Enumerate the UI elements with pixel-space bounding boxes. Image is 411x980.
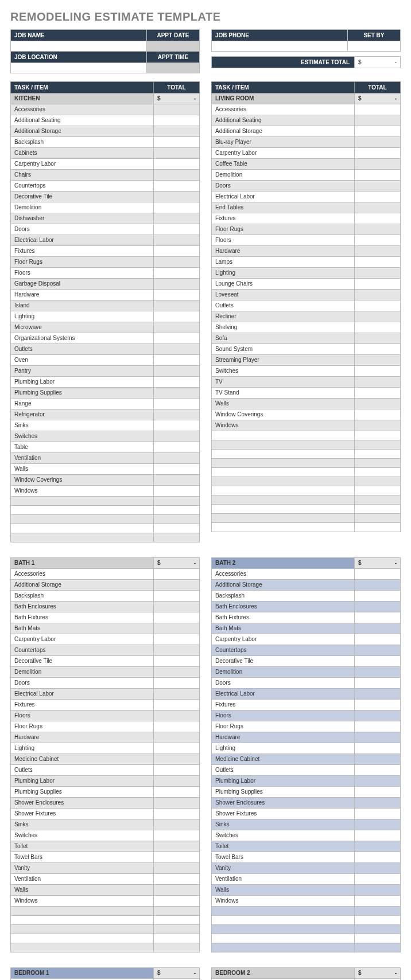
input-job-phone[interactable]	[212, 41, 348, 52]
item-value[interactable]	[355, 612, 401, 623]
item-value[interactable]	[154, 475, 200, 486]
item-value[interactable]	[355, 776, 401, 787]
item-value[interactable]	[355, 300, 401, 311]
item-value[interactable]	[154, 322, 200, 333]
empty-item-value[interactable]	[154, 533, 200, 542]
empty-item-label[interactable]	[11, 943, 154, 952]
empty-item-label[interactable]	[212, 925, 355, 934]
item-value[interactable]	[154, 420, 200, 431]
item-value[interactable]	[154, 569, 200, 580]
empty-item-label[interactable]	[11, 934, 154, 943]
item-value[interactable]	[154, 137, 200, 148]
item-value[interactable]	[355, 667, 401, 678]
item-value[interactable]	[355, 754, 401, 765]
item-value[interactable]	[154, 689, 200, 700]
empty-item-label[interactable]	[212, 505, 355, 514]
item-value[interactable]	[355, 344, 401, 355]
item-value[interactable]	[355, 159, 401, 170]
empty-item-value[interactable]	[154, 916, 200, 925]
empty-item-value[interactable]	[355, 431, 401, 440]
item-value[interactable]	[154, 202, 200, 213]
item-value[interactable]	[154, 300, 200, 311]
item-value[interactable]	[355, 743, 401, 754]
empty-item-label[interactable]	[11, 916, 154, 925]
item-value[interactable]	[154, 732, 200, 743]
empty-item-value[interactable]	[355, 514, 401, 523]
empty-item-value[interactable]	[154, 943, 200, 952]
item-value[interactable]	[355, 700, 401, 710]
empty-item-value[interactable]	[154, 515, 200, 524]
item-value[interactable]	[355, 257, 401, 268]
item-value[interactable]	[355, 290, 401, 300]
item-value[interactable]	[355, 192, 401, 202]
empty-item-value[interactable]	[355, 477, 401, 486]
empty-item-value[interactable]	[355, 459, 401, 468]
empty-item-label[interactable]	[212, 477, 355, 486]
item-value[interactable]	[154, 170, 200, 181]
item-value[interactable]	[154, 431, 200, 442]
item-value[interactable]	[154, 754, 200, 765]
item-value[interactable]	[355, 268, 401, 279]
empty-item-label[interactable]	[212, 459, 355, 468]
item-value[interactable]	[355, 830, 401, 841]
input-set-by[interactable]	[347, 41, 400, 52]
empty-item-label[interactable]	[212, 523, 355, 532]
item-value[interactable]	[154, 126, 200, 137]
item-value[interactable]	[154, 399, 200, 409]
item-value[interactable]	[154, 885, 200, 896]
item-value[interactable]	[154, 809, 200, 819]
item-value[interactable]	[154, 453, 200, 464]
item-value[interactable]	[154, 377, 200, 388]
empty-item-label[interactable]	[212, 440, 355, 450]
item-value[interactable]	[355, 181, 401, 192]
item-value[interactable]	[355, 202, 401, 213]
item-value[interactable]	[154, 743, 200, 754]
item-value[interactable]	[355, 399, 401, 409]
empty-item-label[interactable]	[212, 486, 355, 495]
item-value[interactable]	[355, 721, 401, 732]
item-value[interactable]	[154, 645, 200, 656]
item-value[interactable]	[154, 224, 200, 235]
item-value[interactable]	[154, 830, 200, 841]
empty-item-label[interactable]	[212, 431, 355, 440]
item-value[interactable]	[355, 311, 401, 322]
item-value[interactable]	[355, 896, 401, 907]
empty-item-value[interactable]	[355, 468, 401, 477]
empty-item-value[interactable]	[154, 934, 200, 943]
empty-item-label[interactable]	[212, 450, 355, 459]
item-value[interactable]	[355, 388, 401, 399]
item-value[interactable]	[154, 591, 200, 602]
empty-item-label[interactable]	[11, 925, 154, 934]
empty-item-label[interactable]	[11, 497, 154, 506]
item-value[interactable]	[154, 442, 200, 453]
empty-item-value[interactable]	[355, 907, 401, 916]
item-value[interactable]	[355, 115, 401, 126]
item-value[interactable]	[154, 311, 200, 322]
item-value[interactable]	[355, 678, 401, 689]
empty-item-value[interactable]	[154, 506, 200, 515]
item-value[interactable]	[355, 420, 401, 431]
item-value[interactable]	[355, 645, 401, 656]
empty-item-label[interactable]	[11, 533, 154, 542]
empty-item-value[interactable]	[355, 486, 401, 495]
item-value[interactable]	[154, 765, 200, 776]
item-value[interactable]	[154, 580, 200, 591]
item-value[interactable]	[355, 148, 401, 159]
item-value[interactable]	[154, 623, 200, 634]
item-value[interactable]	[355, 569, 401, 580]
item-value[interactable]	[154, 874, 200, 885]
empty-item-value[interactable]	[355, 450, 401, 459]
item-value[interactable]	[154, 246, 200, 257]
item-value[interactable]	[154, 852, 200, 863]
empty-item-label[interactable]	[11, 907, 154, 916]
item-value[interactable]	[154, 268, 200, 279]
item-value[interactable]	[154, 213, 200, 224]
item-value[interactable]	[355, 809, 401, 819]
input-appt-date[interactable]	[146, 41, 199, 52]
item-value[interactable]	[355, 104, 401, 115]
empty-item-value[interactable]	[355, 916, 401, 925]
empty-item-value[interactable]	[355, 495, 401, 505]
item-value[interactable]	[154, 678, 200, 689]
item-value[interactable]	[154, 409, 200, 420]
empty-item-value[interactable]	[355, 523, 401, 532]
